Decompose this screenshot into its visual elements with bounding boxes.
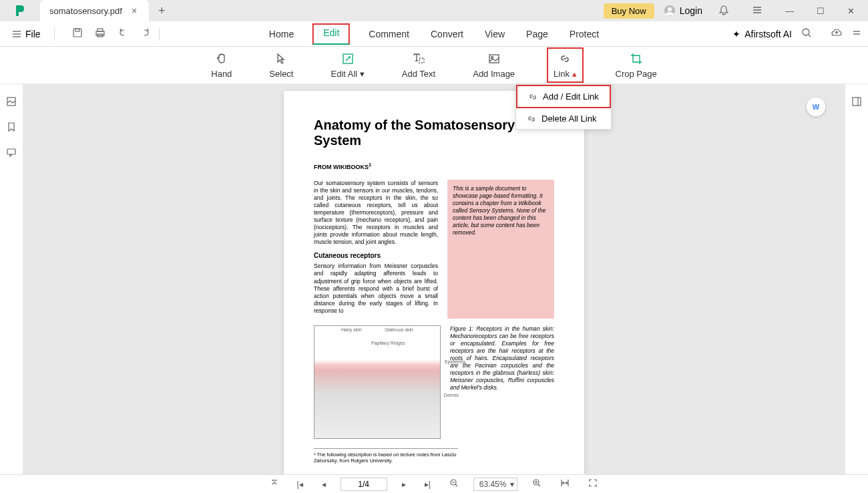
titlebar: somatosensory.pdf × + Buy Now Login — ☐ …	[0, 0, 868, 21]
doc-note: This is a sample document to showcase pa…	[447, 180, 554, 319]
svg-line-14	[809, 35, 811, 37]
last-page-icon[interactable]: ▸|	[421, 478, 435, 490]
save-icon[interactable]	[72, 27, 83, 41]
print-icon[interactable]	[95, 27, 105, 41]
svg-line-28	[455, 484, 457, 486]
sidebar-left	[0, 84, 23, 474]
search-icon[interactable]	[801, 27, 812, 40]
tool-crop[interactable]: Crop Page	[610, 49, 662, 81]
comment-icon[interactable]	[6, 147, 17, 160]
svg-rect-23	[853, 98, 861, 106]
add-edit-link-item[interactable]: Add / Edit Link	[516, 85, 611, 108]
menu-convert[interactable]: Convert	[428, 23, 466, 45]
more-icon[interactable]	[852, 28, 861, 39]
svg-point-13	[803, 29, 809, 35]
delete-all-link-item[interactable]: Delete All Link	[516, 108, 611, 129]
svg-rect-18	[419, 58, 424, 63]
prev-page-icon[interactable]: ◂	[318, 478, 330, 490]
first-page-icon[interactable]: |◂	[293, 478, 307, 490]
thumbnails-icon[interactable]	[6, 96, 17, 110]
main-area: W Anatomy of the Somatosensory System FR…	[0, 84, 868, 474]
zoom-out-icon[interactable]	[445, 477, 463, 491]
zoom-in-icon[interactable]	[528, 477, 546, 491]
doc-subtitle: FROM WIKIBOOKS1	[314, 162, 554, 170]
link-icon	[528, 92, 537, 102]
app-logo	[12, 3, 28, 19]
doc-paragraph: Sensory information from Meissner corpus…	[314, 263, 438, 314]
page-input[interactable]	[341, 478, 387, 491]
tool-hand[interactable]: Hand	[206, 49, 237, 81]
hand-icon	[215, 51, 228, 66]
doc-footnote: ¹ The following description is based on …	[314, 448, 458, 464]
svg-rect-9	[75, 29, 79, 31]
menu-icon[interactable]	[745, 1, 769, 21]
toolbar: Hand Select Edit All ▾ Add Text Add Imag…	[0, 47, 868, 84]
text-icon	[412, 51, 425, 66]
menu-view[interactable]: View	[482, 23, 507, 45]
maximize-button[interactable]: ☐	[810, 2, 831, 20]
svg-rect-8	[73, 29, 81, 37]
sidebar-right	[845, 84, 868, 474]
link-dropdown: Add / Edit Link Delete All Link	[515, 84, 612, 130]
hamburger-icon	[12, 29, 21, 39]
cloud-icon[interactable]	[831, 28, 843, 39]
menu-page[interactable]: Page	[523, 23, 551, 45]
next-page-icon[interactable]: ▸	[398, 478, 410, 490]
doc-heading: Cutaneous receptors	[314, 251, 438, 260]
cursor-icon	[274, 51, 288, 66]
bookmark-icon[interactable]	[6, 122, 17, 135]
doc-figure: Hairy skin Glabrous skin Epidermis Dermi…	[314, 325, 441, 439]
divider	[54, 27, 55, 41]
tool-link[interactable]: Link ▴	[547, 47, 583, 83]
zoom-select[interactable]: 63.45% ▾	[473, 478, 518, 491]
tool-select[interactable]: Select	[264, 49, 298, 81]
statusbar: |◂ ◂ ▸ ▸| 63.45% ▾	[0, 474, 868, 493]
divider	[159, 27, 160, 41]
ai-button[interactable]: ✦ Afirstsoft AI	[732, 29, 792, 39]
close-tab-icon[interactable]: ×	[129, 5, 140, 16]
edit-icon	[341, 51, 355, 66]
menubar: File Home Edit Comment Convert View Page…	[0, 21, 868, 47]
link-icon	[527, 114, 536, 124]
svg-line-32	[538, 484, 540, 486]
user-icon	[664, 5, 676, 17]
tool-add-text[interactable]: Add Text	[397, 49, 441, 81]
undo-icon[interactable]	[118, 27, 128, 41]
new-tab-button[interactable]: +	[149, 4, 175, 18]
document-viewport[interactable]: W Anatomy of the Somatosensory System FR…	[23, 84, 845, 474]
svg-point-1	[668, 7, 672, 11]
minimize-button[interactable]: —	[779, 2, 801, 20]
svg-point-20	[491, 57, 493, 59]
link-icon	[558, 51, 572, 66]
pdf-page: Anatomy of the Somatosensory System FROM…	[284, 91, 584, 474]
svg-rect-22	[7, 149, 15, 154]
panel-icon[interactable]	[851, 96, 862, 110]
tab-title: somatosensory.pdf	[49, 6, 122, 16]
redo-icon[interactable]	[140, 27, 151, 41]
buy-now-button[interactable]: Buy Now	[604, 3, 654, 19]
tool-edit-all[interactable]: Edit All ▾	[325, 49, 369, 81]
doc-paragraph: Our somatosensory system consists of sen…	[314, 180, 438, 246]
image-icon	[487, 51, 501, 66]
fit-page-icon[interactable]	[584, 477, 602, 491]
close-window-button[interactable]: ✕	[841, 2, 861, 20]
bell-icon[interactable]	[712, 1, 736, 21]
scroll-top-icon[interactable]	[266, 478, 282, 490]
login-button[interactable]: Login	[664, 5, 702, 17]
fit-width-icon[interactable]	[556, 477, 574, 491]
sparkle-icon: ✦	[732, 29, 740, 39]
menu-comment[interactable]: Comment	[366, 23, 412, 45]
tool-add-image[interactable]: Add Image	[467, 49, 520, 81]
file-menu[interactable]: File	[7, 26, 46, 42]
menu-edit[interactable]: Edit	[312, 23, 350, 45]
crop-icon	[630, 51, 643, 66]
document-tab[interactable]: somatosensory.pdf ×	[40, 0, 149, 21]
menu-home[interactable]: Home	[266, 23, 296, 45]
word-badge[interactable]: W	[807, 98, 825, 116]
menu-protect[interactable]: Protect	[567, 23, 602, 45]
doc-figure-caption: Figure 1: Receptors in the human skin: M…	[450, 325, 554, 439]
